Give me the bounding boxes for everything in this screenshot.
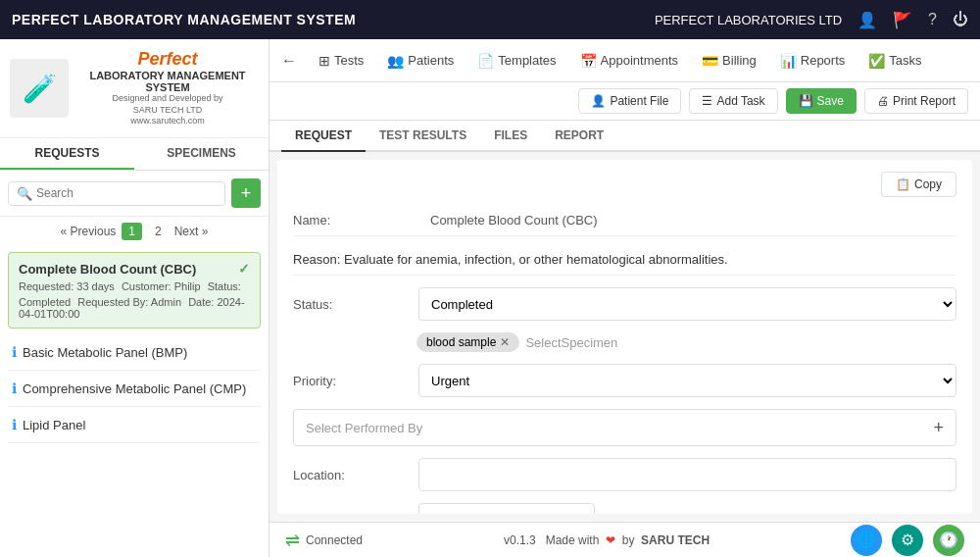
logo-sub2: SARU TECH LTD <box>76 105 259 117</box>
patients-icon: 👥 <box>387 53 404 69</box>
flag-icon[interactable]: 🚩 <box>893 11 912 29</box>
request-item-cbc[interactable]: Complete Blood Count (CBC) ✓ Requested: … <box>8 252 261 329</box>
nav-tasks[interactable]: ✅ Tasks <box>858 47 931 75</box>
request-item-lipid[interactable]: ℹ Lipid Panel <box>8 407 261 443</box>
copy-label: Copy <box>914 177 942 191</box>
tab-test-results[interactable]: TEST RESULTS <box>366 121 480 152</box>
reason-row: Reason: Evaluate for anemia, infection, … <box>293 244 956 276</box>
request-item-meta2: Completed Requested By: Admin Date: 2024… <box>19 296 250 320</box>
connected-label: Connected <box>306 533 363 547</box>
nav-reports[interactable]: 📊 Reports <box>770 47 856 75</box>
nav-patients[interactable]: 👥 Patients <box>377 47 464 75</box>
logo-text-area: Perfect LABORATORY MANAGEMENT SYSTEM Des… <box>76 49 259 127</box>
print-report-button[interactable]: 🖨 Print Report <box>864 88 968 114</box>
name-value: Complete Blood Count (CBC) <box>430 213 598 228</box>
copy-button[interactable]: 📋 Copy <box>881 172 956 197</box>
appointments-icon: 📅 <box>580 53 597 69</box>
nav-tests[interactable]: ⊞ Tests <box>309 47 373 75</box>
logo-sub3: www.sarutech.com <box>76 116 259 127</box>
logo-sub1: Designed and Developed by <box>76 93 259 105</box>
location-row: Location: <box>293 458 956 491</box>
priority-select[interactable]: Urgent Normal Low <box>418 364 956 397</box>
secondary-nav: ← ⊞ Tests 👥 Patients 📄 Templates 📅 Appoi… <box>270 39 980 82</box>
date-input[interactable]: 03/05/2024 02:: <box>418 503 595 514</box>
back-button[interactable]: ← <box>281 52 297 70</box>
save-button[interactable]: 💾 Save <box>786 88 857 114</box>
tab-request[interactable]: REQUEST <box>281 121 366 152</box>
appointments-label: Appointments <box>601 53 679 68</box>
search-icon: 🔍 <box>17 186 32 201</box>
lipid-label: Lipid Panel <box>23 418 85 432</box>
sidebar-tab-specimens[interactable]: SPECIMENS <box>134 138 269 170</box>
nav-appointments[interactable]: 📅 Appointments <box>570 47 689 75</box>
reason-value: Evaluate for anemia, infection, or other… <box>344 252 728 267</box>
specimen-select[interactable]: SelectSpecimen <box>525 335 617 350</box>
settings-button[interactable]: ⚙ <box>892 525 923 556</box>
request-item-cmp[interactable]: ℹ Comprehensive Metabolic Panel (CMP) <box>8 371 261 407</box>
prev-page-button[interactable]: « Previous <box>61 225 117 238</box>
logo-image: 🧪 <box>10 59 69 118</box>
power-icon[interactable]: ⏻ <box>953 11 968 28</box>
status-label: Status: <box>293 297 411 312</box>
add-task-label: Add Task <box>716 94 764 108</box>
nav-billing[interactable]: 💳 Billing <box>692 47 766 75</box>
pagination: « Previous 1 2 Next » <box>0 217 269 246</box>
tab-files[interactable]: FILES <box>480 121 541 152</box>
check-icon: ✓ <box>238 261 250 277</box>
status-row: Status: Completed Pending In Progress Ca… <box>293 287 956 321</box>
add-performed-by-button[interactable]: + <box>933 418 944 438</box>
specimen-row: blood sample ✕ SelectSpecimen <box>293 332 956 352</box>
billing-label: Billing <box>722 53 757 68</box>
location-input[interactable] <box>418 458 956 491</box>
save-icon: 💾 <box>799 94 813 108</box>
request-item-bmp[interactable]: ℹ Basic Metabolic Panel (BMP) <box>8 334 261 371</box>
remove-specimen-button[interactable]: ✕ <box>500 335 510 349</box>
performed-by-placeholder: Select Performed By <box>306 421 933 435</box>
info-icon-lipid: ℹ <box>12 417 17 432</box>
connected-icon: ⇌ <box>285 530 300 551</box>
translate-button[interactable]: 🌐 <box>851 525 882 556</box>
next-page-button[interactable]: Next » <box>174 225 209 238</box>
logo-lms: LABORATORY MANAGEMENT SYSTEM <box>76 70 259 93</box>
content-area: ← ⊞ Tests 👥 Patients 📄 Templates 📅 Appoi… <box>270 39 980 557</box>
version-text: v0.1.3 Made with ❤ by SARU TECH <box>504 533 710 547</box>
reports-icon: 📊 <box>780 53 797 69</box>
page-1-button[interactable]: 1 <box>122 223 142 240</box>
status-label: Status: <box>208 280 241 292</box>
by-text: by <box>622 533 635 547</box>
patient-file-icon: 👤 <box>591 94 606 108</box>
app-title: PERFECT LABORATORY MANAGEMENT SYSTEM <box>12 12 356 27</box>
search-box: 🔍 <box>8 181 225 206</box>
search-input[interactable] <box>36 186 217 200</box>
reason-label: Reason: <box>293 252 340 267</box>
requested-by: Requested By: Admin <box>77 296 181 308</box>
requested-age: Requested: 33 days <box>19 280 115 292</box>
bmp-label: Basic Metabolic Panel (BMP) <box>23 345 187 360</box>
content-tabs: REQUEST TEST RESULTS FILES REPORT <box>270 121 980 152</box>
cmp-label: Comprehensive Metabolic Panel (CMP) <box>23 381 246 396</box>
status-icons: 🌐 ⚙ 🕐 <box>851 525 964 556</box>
add-task-icon: ☰ <box>702 94 712 108</box>
help-icon[interactable]: ? <box>928 11 937 28</box>
page-2-button[interactable]: 2 <box>148 223 169 240</box>
billing-icon: 💳 <box>702 53 718 69</box>
patient-file-button[interactable]: 👤 Patient File <box>578 88 681 114</box>
status-select[interactable]: Completed Pending In Progress Cancelled <box>418 287 956 321</box>
tests-icon: ⊞ <box>318 53 330 69</box>
tab-report[interactable]: REPORT <box>541 121 617 152</box>
print-icon: 🖨 <box>877 94 889 108</box>
heart-icon: ❤ <box>606 533 615 547</box>
add-request-button[interactable]: + <box>231 178 261 208</box>
nav-templates[interactable]: 📄 Templates <box>467 47 565 75</box>
sidebar: 🧪 Perfect LABORATORY MANAGEMENT SYSTEM D… <box>0 39 270 557</box>
specimen-tag: blood sample ✕ <box>416 332 519 352</box>
request-title: Complete Blood Count (CBC) <box>19 262 196 277</box>
add-task-button[interactable]: ☰ Add Task <box>689 88 777 114</box>
user-icon[interactable]: 👤 <box>858 11 877 29</box>
priority-row: Priority: Urgent Normal Low <box>293 364 956 397</box>
sidebar-tab-requests[interactable]: REQUESTS <box>0 138 134 170</box>
templates-icon: 📄 <box>477 53 494 69</box>
clock-button[interactable]: 🕐 <box>933 525 964 556</box>
main-layout: 🧪 Perfect LABORATORY MANAGEMENT SYSTEM D… <box>0 39 980 557</box>
info-icon-cmp: ℹ <box>12 380 17 396</box>
